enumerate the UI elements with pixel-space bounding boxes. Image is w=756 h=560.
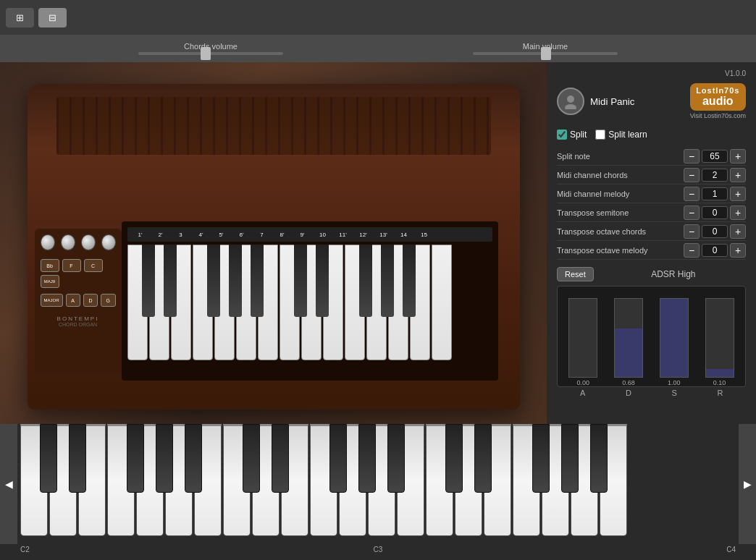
split-learn-checkbox-label[interactable]: Split learn	[595, 130, 647, 140]
key-num-9: 9'	[293, 232, 313, 238]
transpose-oct-melody-value: 0	[702, 244, 728, 257]
black-key-5[interactable]	[251, 245, 264, 317]
chords-volume-group: Chords volume	[43, 42, 378, 55]
adsr-track-r[interactable]	[705, 298, 734, 378]
key-num-11: 11'	[333, 232, 353, 238]
b-black-key-14[interactable]	[561, 424, 579, 493]
chord-btn-maj9[interactable]: MAJ9	[41, 275, 59, 288]
volume-row: Chords volume Main volume	[0, 35, 756, 62]
midi-melody-value: 1	[702, 187, 728, 200]
black-key-3[interactable]	[207, 245, 220, 317]
b-black-key-10[interactable]	[387, 424, 405, 493]
black-key-1[interactable]	[142, 245, 155, 317]
organ-background: Bb F C MAJ9 MAJOR A D G BONTEMPI CHOR	[0, 62, 547, 431]
organ-grill	[56, 97, 491, 155]
key-num-5: 5'	[211, 232, 232, 238]
b-black-key-6[interactable]	[243, 424, 260, 493]
key-num-12: 12'	[353, 232, 374, 238]
knob-3[interactable]	[81, 234, 96, 250]
black-key-2[interactable]	[164, 245, 177, 317]
main-volume-track[interactable]	[473, 52, 618, 55]
b-black-key-7[interactable]	[272, 424, 289, 493]
black-key-4[interactable]	[229, 245, 242, 317]
transpose-semi-minus[interactable]: −	[684, 205, 700, 220]
main-volume-group: Main volume	[378, 42, 713, 55]
split-checkbox-label[interactable]: Split	[557, 130, 587, 140]
b-black-key-5[interactable]	[185, 424, 202, 493]
piano-nav-left-button[interactable]: ◀	[0, 424, 17, 544]
b-black-key-3[interactable]	[127, 424, 144, 493]
logo-line1: LostIn70s	[696, 86, 740, 95]
b-black-key-9[interactable]	[358, 424, 376, 493]
midi-melody-plus[interactable]: +	[730, 187, 746, 201]
organ-keys-container	[127, 245, 492, 360]
main-volume-thumb[interactable]	[541, 47, 551, 60]
chord-btn-c[interactable]: C	[84, 259, 103, 272]
key-num-3: 3	[171, 232, 191, 238]
split-note-value: 65	[702, 150, 728, 163]
transpose-oct-chords-minus[interactable]: −	[684, 224, 700, 239]
b-black-key-13[interactable]	[532, 424, 550, 493]
midi-melody-minus[interactable]: −	[684, 187, 700, 201]
adsr-bar-d[interactable]: 0.68	[608, 292, 650, 386]
piano-nav-right-button[interactable]: ▶	[739, 424, 756, 544]
key-num-1: 1'	[130, 232, 151, 238]
black-key-10[interactable]	[403, 245, 416, 317]
b-black-key-2[interactable]	[69, 424, 86, 493]
knob-2[interactable]	[61, 234, 75, 250]
midi-panic-button[interactable]: Midi Panic	[557, 88, 634, 115]
knob-4[interactable]	[101, 234, 116, 250]
logo-container: LostIn70s audio Visit Lostin70s.com	[690, 83, 746, 119]
split-learn-checkbox[interactable]	[595, 130, 605, 140]
organ-controls: Bb F C MAJ9 MAJOR A D G BONTEMPI CHOR	[35, 229, 122, 373]
b-black-key-12[interactable]	[474, 424, 492, 493]
chord-btn-a[interactable]: A	[66, 294, 80, 307]
b-black-key-11[interactable]	[445, 424, 463, 493]
adsr-track-s[interactable]	[660, 298, 689, 378]
chord-btn-g[interactable]: G	[101, 294, 115, 307]
b-black-key-15[interactable]	[590, 424, 608, 493]
black-key-8[interactable]	[359, 245, 372, 317]
transpose-oct-melody-plus[interactable]: +	[730, 243, 746, 258]
transpose-oct-chords-plus[interactable]: +	[730, 224, 746, 239]
chord-btn-d[interactable]: D	[83, 294, 98, 307]
adsr-bar-a[interactable]: 0.00	[562, 292, 605, 386]
chord-btn-f[interactable]: F	[62, 259, 81, 272]
knob-1[interactable]	[41, 234, 55, 250]
white-key-15[interactable]	[432, 245, 452, 360]
bottom-keys-wrapper	[20, 424, 629, 540]
adsr-label-d: D	[607, 389, 650, 397]
transpose-oct-melody-minus[interactable]: −	[684, 243, 700, 258]
black-key-9[interactable]	[381, 245, 394, 317]
organ-keyboard-area: 1' 2' 3 4' 5' 6' 7 8' 9' 10 11' 12' 13' …	[122, 221, 498, 381]
b-black-key-1[interactable]	[40, 424, 57, 493]
adsr-track-a[interactable]	[568, 298, 597, 378]
split-checkbox[interactable]	[557, 130, 567, 140]
midi-chords-minus[interactable]: −	[684, 168, 700, 182]
params-section: Split note − 65 + Midi channel chords − …	[557, 147, 746, 260]
piano-bottom: ◀ ▶	[0, 424, 756, 560]
chords-volume-track[interactable]	[138, 52, 283, 55]
midi-chords-plus[interactable]: +	[730, 168, 746, 182]
chord-btn-major[interactable]: MAJOR	[41, 294, 63, 307]
split-note-minus[interactable]: −	[684, 149, 700, 164]
tab-1-button[interactable]: ⊞	[6, 8, 34, 27]
transpose-semi-value: 0	[702, 206, 728, 219]
adsr-track-d[interactable]	[614, 298, 643, 378]
adsr-bar-s[interactable]: 1.00	[653, 292, 696, 386]
b-black-key-4[interactable]	[156, 424, 173, 493]
adsr-value-d: 0.68	[622, 379, 635, 386]
adsr-bar-r[interactable]: 0.10	[698, 292, 741, 386]
black-key-7[interactable]	[316, 245, 329, 317]
chords-volume-thumb[interactable]	[201, 47, 211, 60]
key-num-15: 15	[414, 232, 434, 238]
chord-btn-bb[interactable]: Bb	[41, 259, 59, 272]
tab-2-button[interactable]: ⊟	[38, 8, 67, 27]
transpose-semi-plus[interactable]: +	[730, 205, 746, 220]
b-black-key-8[interactable]	[329, 424, 347, 493]
reset-button[interactable]: Reset	[557, 267, 594, 281]
param-row-split-note: Split note − 65 +	[557, 147, 746, 166]
split-note-plus[interactable]: +	[730, 149, 746, 164]
black-key-6[interactable]	[294, 245, 307, 317]
transpose-oct-chords-label: Transpose octave chords	[557, 227, 684, 236]
